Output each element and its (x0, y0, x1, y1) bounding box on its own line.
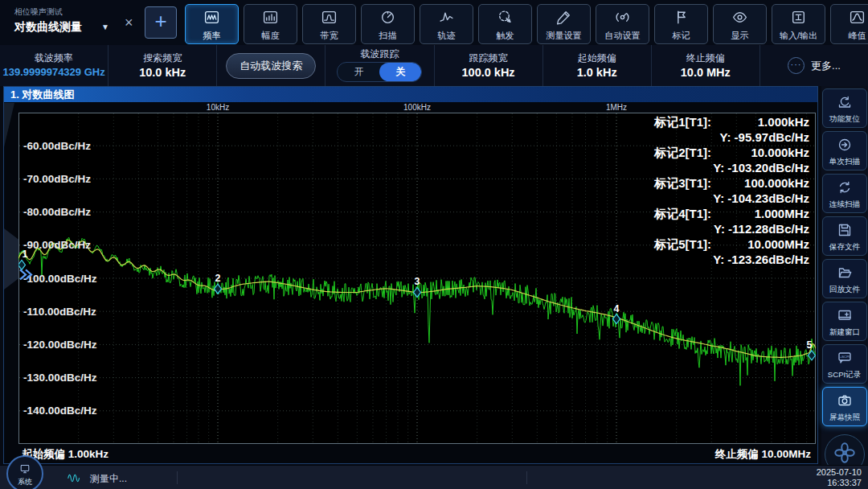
y-tick-label: -60.00dBc/Hz (23, 140, 91, 152)
system-button[interactable]: 系统 (6, 455, 43, 489)
marker-x-value: 1.000MHz (721, 206, 809, 221)
toolbar-button-label: 测量设置 (547, 31, 582, 40)
param-label: 跟踪频宽 (469, 53, 508, 64)
param-label: 载波跟踪 (360, 49, 399, 60)
sidebar-button-label: 新建窗口 (829, 327, 860, 336)
marker-x-value: 10.000kHz (721, 145, 809, 160)
datetime: 2025-07-10 16:33:37 (817, 467, 862, 488)
input-output-icon (790, 9, 807, 29)
single-sweep-icon (837, 137, 853, 156)
log-plot-window: 1. 对数曲线图 10kHz100kHz1MHz -60.00dBc/Hz-70… (3, 86, 818, 464)
chevron-down-icon[interactable]: ▼ (101, 23, 109, 31)
save-file-icon (837, 222, 853, 241)
plot-title: 1. 对数曲线图 (4, 87, 817, 102)
toolbar-button-input-output[interactable]: 输入/输出 (772, 4, 825, 44)
date-text: 2025-07-10 (817, 467, 862, 478)
auto-carrier-search-button[interactable]: 自动载波搜索 (226, 53, 316, 79)
toolbar-button-trigger[interactable]: 触发 (478, 4, 532, 44)
toolbar-button-marker[interactable]: 标记 (654, 4, 708, 44)
toolbar-button-amplitude[interactable]: 幅度 (244, 4, 297, 44)
toolbar-button-trace[interactable]: 轨迹 (420, 4, 473, 44)
sidebar-button-replay-file[interactable]: 回放文件 (822, 259, 867, 298)
tab-title: 对数曲线测量 (14, 20, 82, 35)
marker-x-value: 1.000kHz (721, 114, 809, 129)
param-cell-search-span[interactable]: 搜索频宽10.0 kHz (108, 45, 217, 86)
sidebar-button-scpi-record[interactable]: +SCPISCPI记录 (822, 344, 867, 384)
param-value: 139.9999974329 GHz (2, 66, 104, 79)
marker-y-value: Y: -104.23dBc/Hz (654, 191, 809, 206)
frequency-icon (203, 9, 220, 29)
measurement-tab[interactable]: 相位噪声测试 对数曲线测量 ▼ × (0, 0, 141, 45)
screenshot-icon (837, 392, 853, 412)
sidebar-button-cont-sweep[interactable]: 连续扫描 (822, 174, 867, 213)
sidebar-button-label: 保存文件 (829, 242, 860, 251)
marker-icon (673, 9, 690, 29)
measuring-wave-icon (68, 471, 81, 488)
toolbar-button-bandwidth[interactable]: 带宽 (302, 4, 356, 44)
cont-sweep-icon (837, 179, 853, 199)
toolbar-button-label: 带宽 (321, 31, 338, 40)
svg-text:+SCPI: +SCPI (840, 355, 850, 359)
param-cell-carrier-frequency[interactable]: 载波频率139.9999974329 GHz (0, 45, 108, 86)
carrier-tracking-toggle[interactable]: 开关 (337, 62, 422, 82)
toolbar-button-label: 频率 (203, 31, 221, 40)
offset-range-row: 起始频偏 1.00kHz 终止频偏 10.00MHz (18, 444, 814, 465)
toolbar-button-label: 幅度 (262, 31, 280, 40)
y-tick-label: -120.00dBc/Hz (23, 339, 97, 351)
toolbar-button-label: 输入/输出 (780, 31, 817, 40)
sidebar-button-label: SCPI记录 (828, 370, 862, 379)
sidebar-button-new-window[interactable]: 新建窗口 (822, 302, 867, 341)
more-button[interactable]: ···更多... (788, 57, 841, 74)
add-measurement-button[interactable]: + (145, 6, 177, 39)
toolbar-button-label: 扫描 (379, 31, 397, 40)
marker-label: 标记4[T1]: (654, 206, 711, 221)
param-cell-stop-offset[interactable]: 终止频偏10.0 MHz (652, 45, 760, 86)
system-icon (18, 462, 31, 479)
marker-readout-line: 标记3[T1]:100.000kHz (654, 175, 809, 191)
param-cell-tracking-span[interactable]: 跟踪频宽100.0 kHz (435, 45, 543, 86)
y-tick-label: -140.00dBc/Hz (23, 405, 97, 417)
marker-label: 标记5[T1]: (654, 236, 711, 252)
toolbar-button-display[interactable]: 显示 (713, 4, 767, 44)
toolbar-button-peak[interactable]: 峰值 (830, 4, 868, 44)
param-cell-start-offset[interactable]: 起始频偏1.0 kHz (543, 45, 652, 86)
sidebar-button-screenshot[interactable]: 屏幕快照 (822, 387, 867, 426)
marker-readout: 标记1[T1]:1.000kHzY: -95.97dBc/Hz标记2[T1]:1… (654, 114, 809, 267)
toolbar-button-meas-setup[interactable]: 测量设置 (537, 4, 591, 44)
y-tick-label: -130.00dBc/Hz (23, 372, 97, 384)
y-tick-label: -90.00dBc/Hz (23, 239, 91, 251)
ellipsis-icon: ··· (788, 57, 805, 74)
x-tick-label: 10kHz (207, 102, 229, 113)
close-icon[interactable]: × (125, 14, 133, 31)
sidebar-button-single-sweep[interactable]: 单次扫描 (822, 131, 867, 171)
carrier-tracking-option-0[interactable]: 开 (338, 63, 379, 81)
y-tick-label: -70.00dBc/Hz (23, 173, 91, 185)
param-cell-more: ···更多... (760, 45, 868, 86)
auto-setup-icon (614, 9, 631, 29)
settings-flower-icon (833, 441, 857, 468)
marker-y-value: Y: -103.20dBc/Hz (654, 160, 809, 175)
toolbar-button-label: 标记 (673, 31, 690, 40)
param-value: 10.0 MHz (681, 66, 731, 79)
sidebar-button-label: 屏幕快照 (829, 413, 860, 421)
param-cell-auto-carrier-search: 自动载波搜索 (217, 45, 326, 86)
sidebar-button-label: 单次扫描 (829, 157, 860, 166)
replay-file-icon (837, 265, 853, 284)
toolbar-button-label: 自动设置 (605, 31, 641, 40)
peak-icon (849, 9, 866, 29)
amplitude-icon (262, 9, 279, 29)
marker-readout-line: 标记5[T1]:10.000MHz (654, 236, 809, 252)
phase-noise-app: 相位噪声测试 对数曲线测量 ▼ × + 频率幅度带宽扫描轨迹触发测量设置自动设置… (0, 0, 868, 489)
tab-subtitle: 相位噪声测试 (14, 6, 63, 18)
more-label: 更多... (811, 59, 841, 73)
toolbar-button-auto-setup[interactable]: 自动设置 (596, 4, 649, 44)
carrier-tracking-option-1[interactable]: 关 (379, 63, 421, 81)
x-tick-label: 1MHz (606, 102, 627, 113)
sidebar-button-func-reset[interactable]: 功能复位 (822, 88, 867, 128)
toolbar-button-sweep[interactable]: 扫描 (361, 4, 415, 44)
marker-x-value: 10.000MHz (721, 236, 809, 252)
toolbar-button-frequency[interactable]: 频率 (185, 4, 239, 44)
sidebar-button-label: 回放文件 (829, 285, 860, 294)
y-tick-label: -110.00dBc/Hz (23, 306, 96, 318)
sidebar-button-save-file[interactable]: 保存文件 (822, 216, 867, 256)
